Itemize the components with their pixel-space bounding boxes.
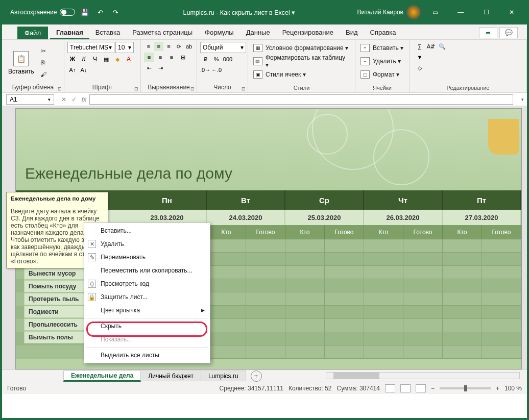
tab-data[interactable]: Данные bbox=[240, 26, 276, 39]
tab-file[interactable]: Файл bbox=[17, 27, 48, 39]
redo-icon[interactable]: ↷ bbox=[110, 7, 121, 18]
ctx-color[interactable]: Цвет ярлычка▶ bbox=[84, 304, 210, 317]
date-cell[interactable]: 27.03.2020 bbox=[443, 210, 521, 225]
ctx-protect[interactable]: 🔒Защитить лист... bbox=[84, 290, 210, 304]
comments-button[interactable]: 💬 bbox=[499, 27, 518, 38]
ctx-insert[interactable]: Вставить... bbox=[84, 224, 210, 237]
tab-review[interactable]: Рецензирование bbox=[276, 26, 340, 39]
ctx-code[interactable]: ⟨⟩Просмотреть код bbox=[84, 277, 210, 290]
view-break-icon[interactable] bbox=[416, 384, 426, 392]
grid-cell[interactable] bbox=[207, 345, 285, 359]
grid-cell[interactable] bbox=[285, 345, 364, 359]
orientation-icon[interactable]: ⟳ bbox=[174, 42, 183, 51]
align-right-icon[interactable]: ≡ bbox=[166, 53, 177, 62]
grid-cell[interactable] bbox=[364, 332, 443, 345]
bold-icon[interactable]: Ж bbox=[67, 55, 78, 64]
number-format-select[interactable]: Общий▾ bbox=[200, 42, 246, 53]
maximize-icon[interactable]: ☐ bbox=[475, 2, 497, 22]
enter-formula-icon[interactable]: ✓ bbox=[71, 96, 77, 103]
grid-cell[interactable] bbox=[443, 266, 521, 279]
ctx-rename[interactable]: ✎Переименовать bbox=[84, 251, 210, 264]
grid-cell[interactable] bbox=[364, 292, 443, 306]
fx-icon[interactable]: fx bbox=[82, 96, 86, 103]
tab-formulas[interactable]: Формулы bbox=[199, 26, 240, 39]
ctx-move[interactable]: Переместить или скопировать... bbox=[84, 264, 210, 277]
grid-cell[interactable] bbox=[285, 319, 364, 332]
sheet-tab-active[interactable]: Еженедельные дела bbox=[63, 370, 141, 382]
grid-cell[interactable] bbox=[443, 239, 521, 253]
grid-cell[interactable] bbox=[207, 292, 285, 306]
format-painter-icon[interactable]: 🖌 bbox=[38, 69, 49, 80]
zoom-slider[interactable] bbox=[440, 387, 491, 389]
align-center-icon[interactable]: ≡ bbox=[155, 53, 165, 62]
grid-cell[interactable] bbox=[364, 239, 443, 253]
grid-cell[interactable] bbox=[443, 319, 521, 332]
font-size-select[interactable]: 10▾ bbox=[115, 42, 134, 53]
date-cell[interactable]: 25.03.2020 bbox=[285, 210, 364, 225]
worksheet-area[interactable]: Еженедельные дела по дому Пн Вт Ср Чт Пт… bbox=[2, 106, 527, 369]
align-bottom-icon[interactable]: ≡ bbox=[164, 42, 174, 51]
align-left-icon[interactable]: ≡ bbox=[144, 53, 154, 62]
autosave-toggle[interactable]: Автосохранение bbox=[10, 9, 75, 16]
sheet-tab[interactable]: Lumpics.ru bbox=[201, 370, 246, 381]
grid-cell[interactable] bbox=[285, 253, 364, 266]
grid-cell[interactable] bbox=[207, 332, 285, 345]
view-layout-icon[interactable] bbox=[400, 384, 411, 392]
grid-cell[interactable] bbox=[364, 266, 443, 279]
border-icon[interactable]: ▦ bbox=[101, 55, 111, 64]
close-icon[interactable]: ✕ bbox=[500, 2, 523, 22]
task-label[interactable]: Вынести мусор bbox=[24, 267, 87, 280]
grid-cell[interactable] bbox=[364, 345, 443, 359]
grid-cell[interactable] bbox=[207, 306, 285, 319]
task-label[interactable]: Протереть пыль bbox=[24, 293, 87, 305]
clear-icon[interactable]: ◇ bbox=[415, 63, 425, 72]
indent-inc-icon[interactable]: ⇥ bbox=[155, 63, 165, 72]
add-sheet-button[interactable]: + bbox=[251, 370, 262, 382]
grid-cell[interactable] bbox=[207, 239, 285, 253]
date-cell[interactable]: 26.03.2020 bbox=[364, 210, 443, 225]
sheet-tab[interactable]: Личный бюджет bbox=[140, 370, 201, 381]
user-avatar[interactable] bbox=[406, 5, 421, 19]
merge-icon[interactable]: ⊞ bbox=[178, 53, 188, 62]
align-top-icon[interactable]: ≡ bbox=[144, 42, 153, 51]
cell-styles-button[interactable]: ▣Стили ячеек ▾ bbox=[251, 68, 352, 81]
copy-icon[interactable]: ⎘ bbox=[38, 58, 49, 68]
expand-formula-icon[interactable]: ▾ bbox=[518, 97, 527, 102]
horizontal-scrollbar[interactable] bbox=[326, 372, 520, 379]
ctx-select-all[interactable]: Выделить все листы bbox=[84, 349, 210, 362]
save-icon[interactable]: 💾 bbox=[79, 7, 90, 18]
task-label[interactable]: Вымыть полы bbox=[24, 331, 87, 343]
grid-cell[interactable] bbox=[207, 266, 285, 279]
grid-cell[interactable] bbox=[207, 319, 285, 332]
grid-cell[interactable] bbox=[443, 332, 521, 345]
font-color-icon[interactable]: А bbox=[124, 55, 134, 64]
grid-cell[interactable] bbox=[364, 306, 443, 319]
task-label[interactable]: Помыть посуду bbox=[24, 280, 87, 292]
view-normal-icon[interactable] bbox=[385, 384, 395, 392]
cancel-formula-icon[interactable]: ✕ bbox=[61, 96, 66, 103]
paste-button[interactable]: 📋 Вставить bbox=[5, 42, 37, 84]
find-icon[interactable]: 🔍 bbox=[437, 42, 447, 51]
wrap-text-icon[interactable]: ab bbox=[184, 42, 194, 51]
grid-cell[interactable] bbox=[443, 253, 521, 266]
grid-cell[interactable] bbox=[207, 279, 285, 292]
grid-cell[interactable] bbox=[285, 292, 364, 306]
grid-cell[interactable] bbox=[364, 253, 443, 266]
dec-decimal-icon[interactable]: ←.0 bbox=[211, 65, 222, 75]
ctx-hide[interactable]: Скрыть bbox=[84, 319, 210, 333]
underline-icon[interactable]: Ч bbox=[90, 55, 100, 64]
formula-input[interactable] bbox=[89, 94, 513, 105]
fill-color-icon[interactable]: ◆ bbox=[112, 55, 123, 64]
grid-cell[interactable] bbox=[443, 306, 521, 319]
grid-cell[interactable] bbox=[443, 292, 521, 306]
inc-decimal-icon[interactable]: .0→ bbox=[200, 65, 210, 75]
minimize-icon[interactable]: — bbox=[449, 2, 472, 22]
increase-font-icon[interactable]: A↑ bbox=[67, 65, 78, 75]
currency-icon[interactable]: ₽ bbox=[200, 55, 210, 64]
conditional-format-button[interactable]: ▦Условное форматирование ▾ bbox=[251, 42, 352, 54]
sort-icon[interactable]: A⇵ bbox=[426, 42, 436, 51]
font-name-select[interactable]: Trebuchet MS▾ bbox=[67, 42, 114, 53]
grid-cell[interactable] bbox=[443, 279, 521, 292]
percent-icon[interactable]: % bbox=[211, 55, 222, 64]
tab-view[interactable]: Вид bbox=[340, 26, 364, 39]
